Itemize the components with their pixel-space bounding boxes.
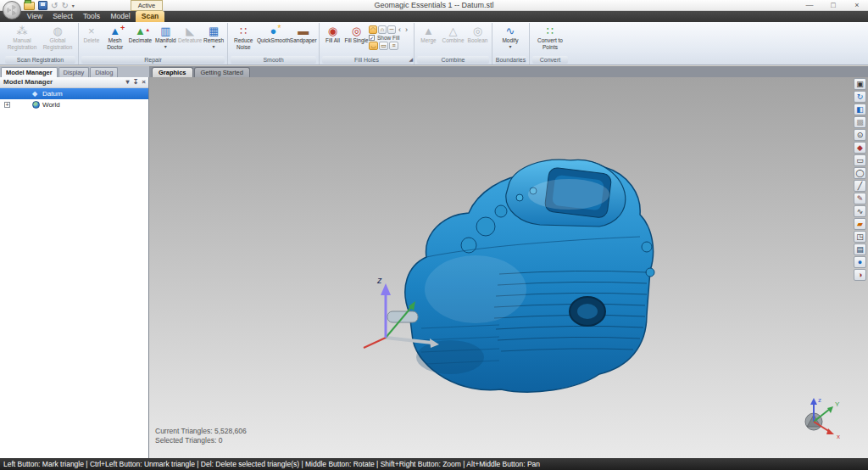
fill-all-button[interactable]: ◉ Fill All: [321, 23, 344, 55]
previous-hole-icon[interactable]: ‹: [397, 25, 403, 34]
select-lasso-icon[interactable]: ∿: [854, 205, 866, 217]
global-registration-icon: ◍: [53, 25, 62, 37]
dropdown-caret-icon[interactable]: ▾: [213, 44, 215, 49]
panel-pin-icon[interactable]: ↧: [133, 77, 139, 87]
tab-dialog[interactable]: Dialog: [90, 67, 118, 77]
fill-partial-icon[interactable]: ◡: [369, 42, 378, 50]
save-file-icon[interactable]: [38, 1, 47, 10]
mesh-doctor-button[interactable]: ▲ Mesh Doctor: [103, 23, 128, 55]
ribbon: ⁂ Manual Registration ◍ Global Registrat…: [0, 22, 868, 65]
modify-button[interactable]: ∿ Modify ▾: [494, 23, 526, 55]
manual-registration-button[interactable]: ⁂ Manual Registration: [4, 23, 40, 55]
dropdown-caret-icon[interactable]: ▾: [164, 44, 167, 49]
graphics-viewport[interactable]: z Current Triangles: 5,528,606 Selected …: [149, 77, 868, 458]
mesh-node-icon: ◆: [32, 90, 40, 98]
gizmo-z-label: z: [818, 396, 821, 404]
show-fill-checkbox[interactable]: ✓: [369, 35, 375, 41]
defeature-button[interactable]: ◣ Defeature: [178, 23, 202, 55]
button-label: Reduce Noise: [230, 37, 258, 50]
button-label: QuickSmooth: [257, 37, 290, 44]
ribbon-group-fill-holes: ◉ Fill All ◎ Fill Single ◠ ∩ ─ ‹ › ✓ Sho…: [320, 23, 415, 64]
hole-fill-curvature-icon[interactable]: ◠: [369, 25, 377, 34]
redo-icon[interactable]: ↻: [61, 1, 68, 10]
manual-registration-icon: ⁂: [17, 25, 28, 37]
global-registration-button[interactable]: ◍ Global Registration: [40, 23, 75, 55]
group-label-combine: Combine: [417, 56, 489, 64]
select-line-icon[interactable]: ╱: [854, 180, 866, 192]
app-logo-icon[interactable]: [3, 1, 21, 20]
menu-tab-select[interactable]: Select: [47, 11, 78, 22]
select-crop-icon[interactable]: ◳: [854, 231, 866, 243]
decimate-button[interactable]: ▲ Decimate: [128, 23, 153, 55]
fill-holes-dialog-launcher-icon[interactable]: ◢: [409, 56, 413, 64]
spin-view-icon[interactable]: ↻: [854, 91, 866, 103]
pan-view-icon[interactable]: ◧: [854, 104, 866, 115]
quicksmooth-button[interactable]: ● QuickSmooth: [258, 23, 290, 55]
material-view-icon[interactable]: ◑: [854, 269, 866, 281]
button-label: Global Registration: [40, 37, 75, 50]
select-paintbrush-icon[interactable]: ✎: [854, 193, 866, 204]
application-window: Geomagic Essentials 1 -- Datum.stl — □ ×…: [0, 0, 868, 470]
close-button[interactable]: ×: [851, 0, 863, 10]
fill-cleanup-icon[interactable]: ≡: [389, 42, 398, 50]
maximize-button[interactable]: □: [827, 0, 839, 10]
gizmo-y-label: Y: [835, 400, 840, 408]
layers-icon[interactable]: ▤: [854, 243, 866, 255]
tree-expander-icon[interactable]: +: [4, 102, 10, 108]
hole-fill-flat-icon[interactable]: ─: [387, 25, 396, 34]
open-file-icon[interactable]: [24, 2, 35, 10]
quicksmooth-icon: ●: [270, 25, 277, 37]
fill-single-button[interactable]: ◎ Fill Single: [344, 23, 369, 55]
world-globe-icon: [32, 101, 40, 109]
combine-button[interactable]: △ Combine: [441, 23, 465, 55]
remesh-button[interactable]: ▦ Remesh ▾: [202, 23, 225, 55]
shading-mode-icon[interactable]: ◆: [854, 142, 866, 154]
hole-fill-tangent-icon[interactable]: ∩: [378, 25, 387, 34]
group-label-smooth: Smooth: [231, 56, 316, 64]
menu-tab-view[interactable]: View: [22, 11, 47, 22]
triad-z-label: z: [376, 275, 382, 285]
fill-single-icon: ◎: [352, 25, 361, 37]
menu-tab-tools[interactable]: Tools: [78, 11, 105, 22]
convert-to-points-button[interactable]: ∷ Convert to Points: [531, 23, 569, 55]
menu-tab-scan[interactable]: Scan: [136, 11, 164, 22]
select-ellipse-icon[interactable]: ◯: [854, 167, 866, 179]
current-triangles-value: 5,528,606: [214, 427, 247, 435]
view-sphere-icon[interactable]: ●: [854, 256, 866, 268]
manifold-button[interactable]: ▥ Manifold ▾: [153, 23, 178, 55]
combine-icon: △: [449, 25, 458, 37]
dropdown-caret-icon[interactable]: ▾: [509, 44, 511, 49]
next-hole-icon[interactable]: ›: [403, 25, 409, 34]
delete-button[interactable]: × Delete: [81, 23, 103, 55]
panel-close-icon[interactable]: ×: [142, 77, 146, 87]
ribbon-group-boundaries: ∿ Modify ▾ Boundaries: [492, 23, 530, 64]
tab-model-manager[interactable]: Model Manager: [1, 67, 58, 77]
orientation-gizmo[interactable]: z Y x: [790, 394, 849, 441]
tree-item-world[interactable]: + World: [0, 99, 148, 110]
zoom-window-icon[interactable]: ⊙: [854, 129, 866, 141]
quick-access-more-icon[interactable]: ▾: [72, 3, 75, 8]
tab-getting-started[interactable]: Getting Started: [194, 67, 250, 77]
display-settings-icon[interactable]: ▣: [854, 78, 866, 90]
ribbon-group-convert: ∷ Convert to Points Convert: [530, 23, 570, 64]
tab-display[interactable]: Display: [58, 67, 90, 77]
zoom-disabled-icon[interactable]: ▩: [854, 116, 866, 128]
menu-tab-model[interactable]: Model: [105, 11, 136, 22]
select-rectangle-icon[interactable]: ▭: [854, 154, 866, 166]
current-triangles-label: Current Triangles:: [155, 427, 213, 435]
fill-bridge-icon[interactable]: ▭: [379, 42, 388, 50]
merge-button[interactable]: ▲ Merge: [416, 23, 441, 55]
selected-triangles-label: Selected Triangles:: [155, 436, 216, 445]
select-flood-icon[interactable]: ▰: [854, 218, 866, 230]
tab-graphics[interactable]: Graphics: [152, 67, 193, 77]
boolean-button[interactable]: ◎ Boolean: [465, 23, 490, 55]
panel-menu-caret-icon[interactable]: ▾: [126, 77, 130, 87]
sandpaper-button[interactable]: ▬ Sandpaper: [290, 23, 318, 55]
ribbon-group-combine: ▲ Merge △ Combine ◎ Boolean Combine: [415, 23, 492, 64]
status-bar-text: Left Button: Mark triangle | Ctrl+Left B…: [3, 460, 540, 468]
tree-item-datum[interactable]: ◆ Datum: [0, 88, 148, 99]
reduce-noise-button[interactable]: ∷ Reduce Noise: [230, 23, 258, 55]
undo-icon[interactable]: ↺: [51, 1, 58, 10]
selected-triangles-value: 0: [219, 436, 223, 445]
minimize-button[interactable]: —: [804, 0, 815, 10]
